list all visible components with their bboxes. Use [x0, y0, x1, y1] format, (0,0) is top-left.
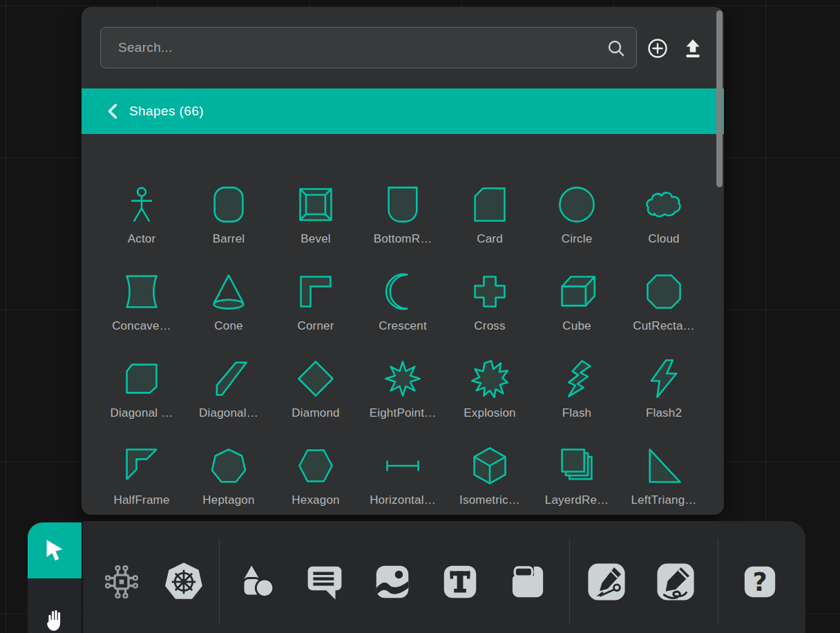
upload-icon[interactable]: [681, 37, 705, 60]
shape-item-flash[interactable]: Flash: [533, 347, 620, 419]
shape-item-actor[interactable]: Actor: [98, 173, 185, 245]
text-icon: [439, 560, 481, 603]
sketch-icon: [654, 560, 697, 603]
shape-label: Card: [477, 233, 503, 245]
shapes-tool-button[interactable]: [236, 560, 278, 603]
shape-item-diagonal-rect[interactable]: Diagonal …: [98, 347, 185, 419]
shape-label: Cloud: [648, 233, 679, 245]
heptagon-shape-icon: [208, 445, 249, 486]
bottom-round-rect-shape-icon: [382, 184, 423, 225]
shape-label: Diagonal …: [111, 407, 173, 419]
card-shape-icon: [469, 184, 510, 225]
shape-label: Flash2: [646, 407, 682, 419]
panel-search-row: [82, 7, 724, 88]
shape-label: Flash: [562, 407, 592, 419]
flash2-shape-icon: [643, 358, 685, 399]
search-input[interactable]: [101, 28, 636, 68]
pen-icon: [585, 560, 628, 603]
shapes-panel: Shapes (66) ActorBarrelBevelBottomR…Card…: [82, 7, 724, 515]
shape-label: EightPoint…: [370, 407, 437, 419]
search-box: [100, 27, 637, 68]
shape-item-heptagon[interactable]: Heptagon: [185, 434, 272, 506]
text-tool-button[interactable]: [439, 560, 481, 603]
shape-item-flash2[interactable]: Flash2: [620, 347, 707, 419]
shape-label: Isometric…: [459, 494, 520, 506]
shape-label: Barrel: [213, 233, 245, 245]
shape-item-barrel[interactable]: Barrel: [185, 173, 272, 245]
sketch-tool-button[interactable]: [654, 560, 697, 603]
svg-text:?: ?: [752, 567, 767, 597]
plus-circle-icon[interactable]: [646, 37, 669, 60]
shape-item-explosion[interactable]: Explosion: [446, 347, 533, 419]
pan-mode-button[interactable]: [28, 578, 82, 633]
search-icon[interactable]: [606, 38, 627, 59]
shape-item-circle[interactable]: Circle: [533, 173, 620, 245]
help-tool-button[interactable]: ?: [738, 560, 781, 603]
isometric-cube-shape-icon: [469, 445, 510, 486]
shape-item-isometric-cube[interactable]: Isometric…: [446, 434, 533, 506]
diamond-shape-icon: [295, 358, 336, 399]
toolbar-group: ?: [718, 560, 781, 603]
shape-item-bevel[interactable]: Bevel: [272, 173, 359, 245]
category-title: Shapes (66): [129, 104, 204, 119]
shape-item-diagonal-stripe[interactable]: Diagonal…: [185, 347, 272, 419]
shape-item-crescent[interactable]: Crescent: [359, 260, 446, 332]
shape-item-horizontal-line[interactable]: Horizontal…: [359, 434, 446, 506]
components-tool-button[interactable]: [100, 560, 143, 603]
shape-item-cloud[interactable]: Cloud: [620, 173, 707, 245]
chevron-left-icon[interactable]: [106, 103, 119, 120]
horizontal-line-shape-icon: [382, 445, 423, 486]
shape-item-bottom-round-rect[interactable]: BottomR…: [359, 173, 446, 245]
bevel-shape-icon: [295, 184, 336, 225]
shape-item-left-triangle[interactable]: LeftTriang…: [620, 434, 707, 506]
comment-icon: [303, 560, 346, 603]
bottom-toolbar: ?: [83, 521, 805, 633]
toolbar-group: [570, 560, 718, 603]
toolbar-group: [83, 560, 219, 603]
cone-shape-icon: [208, 271, 249, 312]
diagonal-rect-shape-icon: [121, 358, 162, 399]
crescent-shape-icon: [382, 271, 423, 312]
media-tool-button[interactable]: [371, 560, 414, 603]
explosion-shape-icon: [469, 358, 510, 399]
select-mode-button[interactable]: [28, 522, 82, 578]
shape-item-concave-rect[interactable]: Concave…: [98, 260, 185, 332]
shape-item-diamond[interactable]: Diamond: [272, 347, 359, 419]
shapes-icon: [236, 560, 278, 603]
panel-scrollbar[interactable]: [716, 10, 723, 187]
category-header[interactable]: Shapes (66): [82, 88, 724, 134]
help-icon: ?: [738, 560, 781, 603]
barrel-shape-icon: [208, 184, 249, 225]
shape-item-cut-rectangle[interactable]: CutRecta…: [620, 260, 707, 332]
shape-label: Cross: [474, 320, 505, 332]
shape-item-cone[interactable]: Cone: [185, 260, 272, 332]
shape-grid: ActorBarrelBevelBottomR…CardCircleCloudC…: [98, 173, 707, 506]
shape-label: Hexagon: [292, 494, 339, 506]
kubernetes-tool-button[interactable]: [162, 560, 205, 603]
shape-label: LayerdRe…: [545, 494, 609, 506]
shape-item-card[interactable]: Card: [446, 173, 533, 245]
actor-shape-icon: [121, 184, 162, 225]
hexagon-shape-icon: [295, 445, 336, 486]
shape-item-hexagon[interactable]: Hexagon: [272, 434, 359, 506]
concave-rect-shape-icon: [121, 271, 162, 312]
shape-item-layered-rect[interactable]: LayerdRe…: [533, 434, 620, 506]
left-triangle-shape-icon: [643, 445, 685, 486]
shape-label: Corner: [297, 320, 334, 332]
shape-label: Circle: [562, 233, 593, 245]
cross-shape-icon: [469, 271, 510, 312]
shape-item-eight-point-star[interactable]: EightPoint…: [359, 347, 446, 419]
comment-tool-button[interactable]: [303, 560, 346, 603]
toolbar-group: [220, 560, 569, 603]
shape-item-cube[interactable]: Cube: [533, 260, 620, 332]
note-tool-button[interactable]: [506, 560, 549, 603]
shape-item-cross[interactable]: Cross: [446, 260, 533, 332]
shape-item-corner[interactable]: Corner: [272, 260, 359, 332]
cloud-shape-icon: [643, 184, 685, 225]
shape-item-half-frame[interactable]: HalfFrame: [98, 434, 185, 506]
shape-label: Diamond: [292, 407, 339, 419]
note-icon: [506, 560, 549, 603]
shape-label: Concave…: [112, 320, 171, 332]
image-icon: [371, 560, 414, 603]
pen-tool-button[interactable]: [585, 560, 628, 603]
